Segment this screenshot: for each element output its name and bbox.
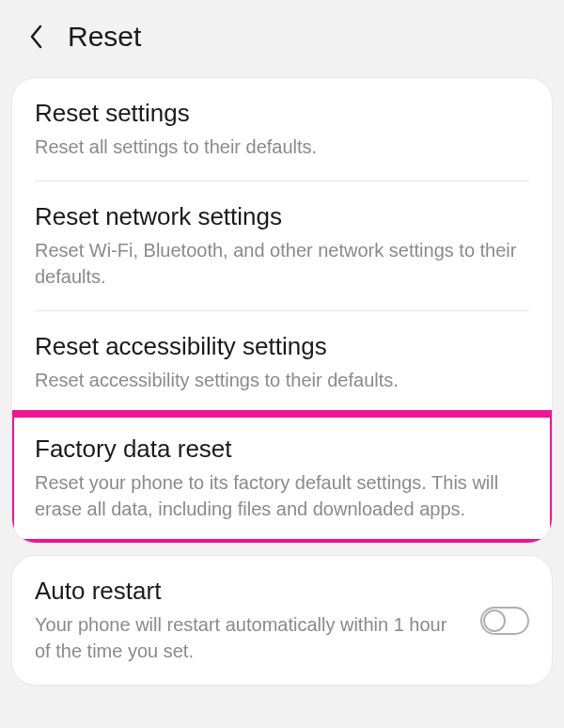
page-header: Reset <box>0 0 564 70</box>
reset-network-settings-item[interactable]: Reset network settings Reset Wi-Fi, Blue… <box>12 182 552 310</box>
item-title: Reset network settings <box>35 202 529 231</box>
factory-data-reset-item[interactable]: Factory data reset Reset your phone to i… <box>12 414 552 543</box>
item-desc: Your phone will restart automatically wi… <box>35 611 465 664</box>
toggle-content: Auto restart Your phone will restart aut… <box>35 577 480 664</box>
item-title: Factory data reset <box>35 435 529 464</box>
auto-restart-item[interactable]: Auto restart Your phone will restart aut… <box>12 556 552 685</box>
item-title: Reset accessibility settings <box>35 332 529 361</box>
item-desc: Reset Wi-Fi, Bluetooth, and other networ… <box>35 237 529 290</box>
item-desc: Reset all settings to their defaults. <box>35 134 529 160</box>
item-desc: Reset accessibility settings to their de… <box>35 367 529 393</box>
toggle-knob <box>483 609 506 632</box>
back-icon[interactable] <box>26 24 45 50</box>
reset-settings-item[interactable]: Reset settings Reset all settings to the… <box>12 78 552 181</box>
auto-restart-toggle[interactable] <box>480 607 529 635</box>
item-title: Reset settings <box>35 99 529 128</box>
page-title: Reset <box>68 21 141 53</box>
item-title: Auto restart <box>35 577 465 606</box>
item-desc: Reset your phone to its factory default … <box>35 469 529 522</box>
reset-options-card: Reset settings Reset all settings to the… <box>11 77 553 544</box>
factory-data-reset-highlight: Factory data reset Reset your phone to i… <box>12 414 552 543</box>
reset-accessibility-settings-item[interactable]: Reset accessibility settings Reset acces… <box>12 311 552 414</box>
auto-restart-card: Auto restart Your phone will restart aut… <box>11 555 553 686</box>
